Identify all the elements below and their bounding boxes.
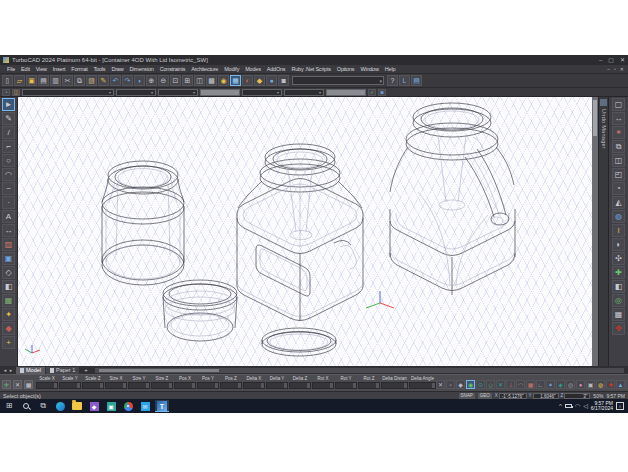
show-magnetic-button[interactable]: ▣ bbox=[586, 380, 595, 389]
osnap-settings-button[interactable]: ▲ bbox=[616, 380, 625, 389]
node-edit-tool[interactable]: ✎ bbox=[2, 112, 15, 125]
named-view-dropdown[interactable]: ▾ bbox=[292, 76, 384, 85]
linetype-combo[interactable]: ▾ bbox=[158, 89, 198, 96]
explode-tool[interactable]: ✶ bbox=[612, 126, 625, 139]
wireframe-flat-lid[interactable] bbox=[262, 328, 336, 356]
field-input[interactable] bbox=[220, 382, 242, 389]
snap-toggle[interactable]: SNAP bbox=[459, 393, 475, 399]
sweep-tool[interactable]: ≀ bbox=[612, 224, 625, 237]
zoom-out-button[interactable]: ⊖ bbox=[158, 75, 169, 86]
photos-taskbar-icon[interactable]: ▣ bbox=[104, 400, 118, 412]
select-tool[interactable]: ► bbox=[2, 98, 15, 111]
menu-item[interactable]: Dimension bbox=[126, 66, 156, 72]
snap-3d-button[interactable]: ◎ bbox=[566, 380, 575, 389]
field-spinner[interactable] bbox=[54, 383, 57, 388]
snap-perpendicular-button[interactable]: ⊥ bbox=[506, 380, 515, 389]
field-input[interactable] bbox=[128, 382, 150, 389]
aperture-button[interactable]: ✚ bbox=[606, 380, 615, 389]
snap-grid-button[interactable]: ▦ bbox=[526, 380, 535, 389]
undo-button[interactable]: ↶ bbox=[110, 75, 121, 86]
menu-item[interactable]: Options bbox=[334, 66, 358, 72]
field-input[interactable] bbox=[335, 382, 357, 389]
apply-style-button[interactable]: ✓ bbox=[368, 89, 376, 96]
menu-item[interactable]: Draw bbox=[108, 66, 126, 72]
field-spinner[interactable] bbox=[284, 383, 287, 388]
field-input[interactable] bbox=[381, 382, 408, 389]
zoom-in-button[interactable]: ⊕ bbox=[146, 75, 157, 86]
spline-tool[interactable]: ~ bbox=[2, 182, 15, 195]
taskbar-clock[interactable]: 9:57 PM 6/17/2024 bbox=[591, 401, 613, 411]
mail-taskbar-icon[interactable]: ✉ bbox=[138, 400, 152, 412]
paste-button[interactable]: ▨ bbox=[86, 75, 97, 86]
camera-view-button[interactable]: ◙ bbox=[278, 75, 289, 86]
task-view-button[interactable]: ⧉ bbox=[36, 400, 50, 412]
wireframe-round-jar[interactable] bbox=[102, 161, 184, 285]
wireframe-tall-container[interactable] bbox=[390, 103, 515, 295]
snap-intersection-button[interactable]: ✕ bbox=[496, 380, 505, 389]
horizontal-scrollbar[interactable] bbox=[95, 368, 624, 373]
menu-item[interactable]: Window bbox=[357, 66, 381, 72]
save-button[interactable]: ▣ bbox=[26, 75, 37, 86]
pattern-combo[interactable]: ▾ bbox=[284, 89, 324, 96]
image-tool[interactable]: ▦ bbox=[2, 294, 15, 307]
snap-vertex-button[interactable]: ▫ bbox=[446, 380, 455, 389]
tab-model[interactable]: Model bbox=[16, 367, 45, 374]
insert-block-tool[interactable]: ▣ bbox=[2, 252, 15, 265]
field-input[interactable] bbox=[197, 382, 219, 389]
field-input[interactable] bbox=[312, 382, 334, 389]
arc-tool[interactable]: ◠ bbox=[2, 168, 15, 181]
previous-view-button[interactable]: ◫ bbox=[194, 75, 205, 86]
snap-quadrant-button[interactable]: ◇ bbox=[486, 380, 495, 389]
boolean-add-tool[interactable]: ◫ bbox=[612, 154, 625, 167]
menu-item[interactable]: Constraints bbox=[157, 66, 189, 72]
wireframe-small-lid[interactable] bbox=[163, 280, 237, 341]
field-spinner[interactable] bbox=[330, 383, 333, 388]
snap-tangent-button[interactable]: ◠ bbox=[516, 380, 525, 389]
search-button[interactable] bbox=[19, 400, 33, 412]
twist-tool[interactable]: ✣ bbox=[612, 252, 625, 265]
orbit-button[interactable]: ◐ bbox=[242, 75, 253, 86]
horizontal-scrollbar-thumb[interactable] bbox=[99, 369, 219, 372]
render-mode-tool[interactable]: ◧ bbox=[2, 280, 15, 293]
battery-icon[interactable] bbox=[565, 404, 572, 408]
pattern-tool[interactable]: ✚ bbox=[612, 266, 625, 279]
polyline-tool[interactable]: ⌐ bbox=[2, 140, 15, 153]
point-tool[interactable]: · bbox=[2, 196, 15, 209]
color-combo[interactable]: ▾ bbox=[22, 89, 114, 96]
cut-button[interactable]: ✂ bbox=[62, 75, 73, 86]
snap-center-button[interactable]: ⊙ bbox=[476, 380, 485, 389]
field-spinner[interactable] bbox=[404, 383, 407, 388]
render-button[interactable]: ● bbox=[266, 75, 277, 86]
add-sheet-button[interactable]: + bbox=[81, 367, 91, 373]
style-manager-button[interactable]: ◫ bbox=[12, 89, 20, 96]
close-button[interactable]: ✕ bbox=[620, 57, 625, 63]
revolve-tool[interactable]: ◍ bbox=[612, 210, 625, 223]
field-input[interactable] bbox=[36, 382, 58, 389]
snap-midpoint-button[interactable]: ◉ bbox=[466, 380, 475, 389]
format-painter-button[interactable]: ✎ bbox=[98, 75, 109, 86]
calculator-button[interactable]: ▦ bbox=[24, 380, 33, 389]
layer-combo[interactable]: ▾ bbox=[116, 89, 156, 96]
field-spinner[interactable] bbox=[432, 383, 435, 388]
field-spinner[interactable] bbox=[169, 383, 172, 388]
box-tool[interactable]: ▢ bbox=[612, 98, 625, 111]
field-spinner[interactable] bbox=[77, 383, 80, 388]
mdi-close-button[interactable]: ✕ bbox=[620, 66, 624, 72]
action-center-icon[interactable]: ≡ bbox=[616, 402, 624, 410]
print-preview-button[interactable]: ▥ bbox=[50, 75, 61, 86]
workplane-tool[interactable]: ◇ bbox=[2, 266, 15, 279]
menu-item[interactable]: AddOns bbox=[264, 66, 289, 72]
field-spinner[interactable] bbox=[238, 383, 241, 388]
field-spinner[interactable] bbox=[123, 383, 126, 388]
line-tool[interactable]: / bbox=[2, 126, 15, 139]
boolean-subtract-tool[interactable]: ◰ bbox=[612, 168, 625, 181]
field-spinner[interactable] bbox=[353, 383, 356, 388]
menu-item[interactable]: Format bbox=[68, 66, 90, 72]
field-input[interactable] bbox=[105, 382, 127, 389]
field-input[interactable] bbox=[409, 382, 436, 389]
menu-item[interactable]: Tools bbox=[91, 66, 109, 72]
blend-tool[interactable]: ◭ bbox=[612, 196, 625, 209]
field-spinner[interactable] bbox=[146, 383, 149, 388]
property-toggle-button[interactable]: ◔ bbox=[2, 89, 10, 96]
hatch-tool[interactable]: ▨ bbox=[2, 238, 15, 251]
